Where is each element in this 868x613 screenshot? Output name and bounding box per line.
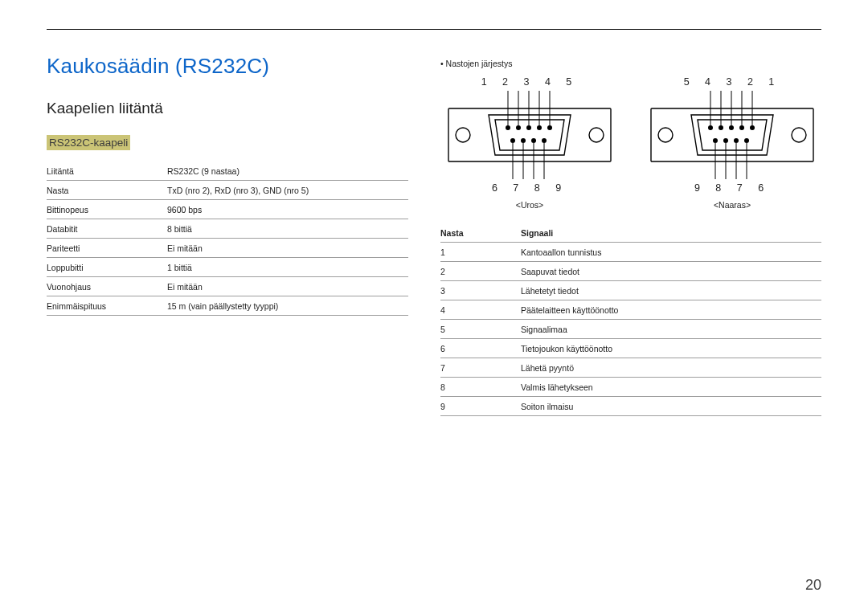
- sig-pin: 3: [440, 281, 521, 300]
- spec-value: 15 m (vain päällystetty tyyppi): [167, 296, 408, 316]
- table-row: 3Lähetetyt tiedot: [440, 281, 821, 300]
- sig-name: Kantoaallon tunnistus: [521, 243, 821, 262]
- sig-name: Tietojoukon käyttöönotto: [521, 339, 821, 358]
- svg-point-5: [526, 125, 531, 130]
- svg-rect-0: [448, 108, 611, 161]
- spec-key: Vuonohjaus: [47, 277, 167, 296]
- signal-table: Nasta Signaali 1Kantoaallon tunnistus2Sa…: [440, 224, 821, 416]
- pin-order-bullet: Nastojen järjestys: [440, 59, 821, 68]
- table-row: Enimmäispituus15 m (vain päällystetty ty…: [47, 296, 408, 316]
- table-row: Bittinopeus9600 bps: [47, 200, 408, 219]
- table-row: VuonohjausEi mitään: [47, 277, 408, 296]
- sig-name: Signaalimaa: [521, 320, 821, 339]
- table-row: 6Tietojoukon käyttöönotto: [440, 339, 821, 358]
- table-row: 7Lähetä pyyntö: [440, 358, 821, 378]
- sig-name: Valmis lähetykseen: [521, 378, 821, 397]
- sig-pin: 5: [440, 320, 521, 339]
- svg-point-26: [729, 125, 734, 130]
- table-row: 5Signaalimaa: [440, 320, 821, 339]
- sig-name: Saapuvat tiedot: [521, 262, 821, 281]
- table-row: NastaTxD (nro 2), RxD (nro 3), GND (nro …: [47, 181, 408, 200]
- male-bottom-pins: 6 7 8 9: [440, 182, 619, 194]
- section-subtitle: Kaapelien liitäntä: [47, 100, 408, 117]
- female-top-pins: 5 4 3 2 1: [643, 76, 821, 88]
- male-label: <Uros>: [440, 200, 619, 210]
- table-row: 4Päätelaitteen käyttöönotto: [440, 300, 821, 320]
- svg-point-6: [537, 125, 542, 130]
- sig-pin: 4: [440, 300, 521, 320]
- spec-value: TxD (nro 2), RxD (nro 3), GND (nro 5): [167, 181, 408, 200]
- spec-value: 9600 bps: [167, 200, 408, 219]
- page-title: Kaukosäädin (RS232C): [47, 54, 408, 79]
- svg-point-9: [521, 138, 526, 143]
- svg-point-1: [456, 128, 470, 142]
- svg-point-32: [744, 138, 749, 143]
- sig-name: Soiton ilmaisu: [521, 397, 821, 416]
- svg-point-3: [506, 125, 510, 130]
- svg-point-30: [723, 138, 728, 143]
- spec-value: RS232C (9 nastaa): [167, 161, 408, 181]
- db9-female-diagram: [648, 91, 817, 179]
- svg-point-8: [510, 138, 515, 143]
- sig-header-signal: Signaali: [521, 224, 821, 243]
- svg-point-28: [750, 125, 755, 130]
- svg-point-10: [531, 138, 536, 143]
- spec-key: Databitit: [47, 219, 167, 239]
- connector-male: 1 2 3 4 5: [440, 76, 619, 210]
- sig-name: Päätelaitteen käyttöönotto: [521, 300, 821, 320]
- svg-point-4: [516, 125, 521, 130]
- spec-key: Pariteetti: [47, 239, 167, 258]
- table-row: LiitäntäRS232C (9 nastaa): [47, 161, 408, 181]
- h3-rs232c-cable: RS232C-kaapeli: [47, 135, 130, 150]
- female-bottom-pins: 9 8 7 6: [643, 182, 821, 194]
- svg-point-22: [658, 128, 673, 142]
- sig-name: Lähetetyt tiedot: [521, 281, 821, 300]
- svg-point-25: [719, 125, 723, 130]
- sig-pin: 9: [440, 397, 521, 416]
- sig-pin: 6: [440, 339, 521, 358]
- sig-header-pin: Nasta: [440, 224, 521, 243]
- db9-male-diagram: [445, 91, 614, 179]
- spec-key: Liitäntä: [47, 161, 167, 181]
- table-row: PariteettiEi mitään: [47, 239, 408, 258]
- spec-table: LiitäntäRS232C (9 nastaa)NastaTxD (nro 2…: [47, 161, 408, 316]
- sig-pin: 7: [440, 358, 521, 378]
- svg-point-7: [547, 125, 552, 130]
- svg-point-11: [542, 138, 547, 143]
- sig-name: Lähetä pyyntö: [521, 358, 821, 378]
- svg-point-27: [739, 125, 744, 130]
- sig-pin: 1: [440, 243, 521, 262]
- female-label: <Naaras>: [643, 200, 821, 210]
- spec-key: Nasta: [47, 181, 167, 200]
- male-top-pins: 1 2 3 4 5: [440, 76, 619, 88]
- spec-value: 1 bittiä: [167, 258, 408, 277]
- table-row: 2Saapuvat tiedot: [440, 262, 821, 281]
- spec-value: Ei mitään: [167, 277, 408, 296]
- table-row: 9Soiton ilmaisu: [440, 397, 821, 416]
- top-rule: [47, 29, 821, 30]
- svg-point-31: [734, 138, 739, 143]
- sig-pin: 8: [440, 378, 521, 397]
- spec-key: Loppubitti: [47, 258, 167, 277]
- table-row: Databitit8 bittiä: [47, 219, 408, 239]
- svg-point-23: [792, 128, 806, 142]
- spec-value: Ei mitään: [167, 239, 408, 258]
- page-number: 20: [805, 577, 821, 594]
- sig-pin: 2: [440, 262, 521, 281]
- table-row: 8Valmis lähetykseen: [440, 378, 821, 397]
- spec-key: Bittinopeus: [47, 200, 167, 219]
- svg-rect-21: [651, 108, 813, 161]
- table-row: Loppubitti1 bittiä: [47, 258, 408, 277]
- table-row: 1Kantoaallon tunnistus: [440, 243, 821, 262]
- svg-point-2: [589, 128, 604, 142]
- spec-value: 8 bittiä: [167, 219, 408, 239]
- svg-point-29: [713, 138, 718, 143]
- svg-point-24: [708, 125, 713, 130]
- connector-female: 5 4 3 2 1: [643, 76, 821, 210]
- spec-key: Enimmäispituus: [47, 296, 167, 316]
